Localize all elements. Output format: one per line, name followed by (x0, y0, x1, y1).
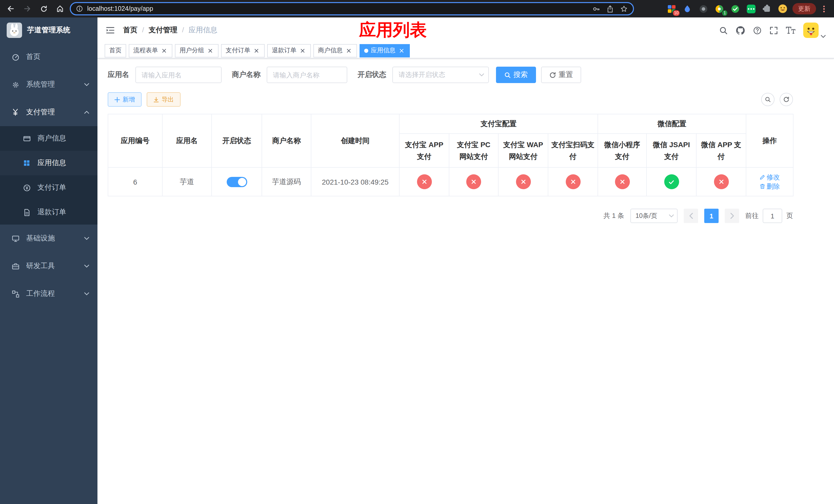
user-menu[interactable] (803, 23, 826, 38)
share-icon[interactable] (606, 5, 614, 13)
close-icon[interactable] (207, 47, 214, 54)
sidebar-collapse-button[interactable] (106, 26, 115, 35)
bookmark-star-icon[interactable] (620, 5, 628, 13)
extension-grid-icon[interactable]: 10 (665, 3, 678, 15)
github-icon[interactable] (736, 25, 745, 35)
browser-back-button[interactable] (4, 2, 18, 15)
chevron-down-icon (84, 83, 89, 86)
edit-link[interactable]: 修改 (760, 173, 780, 182)
app-name-input[interactable] (135, 67, 222, 83)
sidebar-logo[interactable]: 芋道管理系统 (0, 18, 97, 43)
sidebar: 芋道管理系统 首页 系统管理 支付管理 商户信息 (0, 18, 97, 504)
chevron-down-icon (84, 237, 89, 240)
app-title: 芋道管理系统 (27, 26, 70, 35)
status-label: 开启状态 (357, 70, 386, 79)
address-bar[interactable]: localhost:1024/pay/app (70, 2, 634, 15)
cell-status (212, 167, 262, 196)
breadcrumb-payment[interactable]: 支付管理 (149, 26, 189, 35)
tab-process-form[interactable]: 流程表单 (129, 44, 172, 57)
col-alipay-pc: 支付宝 PC 网站支付 (449, 134, 498, 167)
add-button[interactable]: 新增 (108, 92, 141, 107)
logo-image (7, 23, 22, 38)
extension-check-icon[interactable] (729, 3, 741, 15)
pagination: 共 1 条 10条/页 1 前往 页 (108, 209, 793, 223)
delete-link[interactable]: 删除 (760, 182, 780, 191)
app-table: 应用编号 应用名 开启状态 商户名称 创建时间 支付宝配置 微信配置 操作 支付… (108, 114, 793, 197)
page-size-select[interactable]: 10条/页 (630, 209, 678, 223)
active-dot (364, 48, 368, 52)
sidebar-item-infrastructure[interactable]: 基础设施 (0, 225, 97, 252)
status-toggle[interactable] (226, 177, 247, 187)
status-select[interactable]: 请选择开启状态 (392, 67, 489, 83)
x-icon (718, 179, 724, 185)
check-icon (668, 179, 675, 185)
header-search-icon[interactable] (719, 26, 728, 35)
browser-menu-icon[interactable] (820, 4, 828, 13)
search-button[interactable]: 搜索 (496, 67, 536, 83)
col-wx-app: 微信 APP 支付 (696, 134, 746, 167)
next-page-button[interactable] (725, 209, 739, 223)
browser-reload-button[interactable] (37, 2, 50, 15)
close-icon[interactable] (160, 47, 168, 54)
dashboard-icon (11, 53, 20, 61)
sidebar-item-app-info[interactable]: 应用信息 (0, 151, 97, 175)
breadcrumb-home[interactable]: 首页 (123, 26, 149, 35)
sidebar-item-system[interactable]: 系统管理 (0, 71, 97, 98)
reset-button[interactable]: 重置 (541, 67, 581, 83)
app-main: 应用名 商户名称 开启状态 请选择开启状态 搜索 (97, 59, 834, 504)
extension-drop-icon[interactable] (681, 3, 694, 15)
site-info-icon[interactable] (76, 5, 83, 12)
extension-chat-icon[interactable] (745, 3, 757, 15)
plus-icon (114, 97, 120, 102)
sidebar-item-workflow[interactable]: 工作流程 (0, 280, 97, 307)
back-icon (7, 5, 15, 13)
browser-home-button[interactable] (53, 2, 67, 15)
close-icon[interactable] (253, 47, 260, 54)
grid-icon (23, 159, 31, 167)
sidebar-item-devtools[interactable]: 研发工具 (0, 252, 97, 280)
password-key-icon[interactable] (592, 5, 600, 13)
pay-order-icon (23, 184, 31, 191)
sidebar-item-home[interactable]: 首页 (0, 43, 97, 71)
sidebar-item-merchant-info[interactable]: 商户信息 (0, 126, 97, 151)
search-icon (504, 71, 511, 78)
tab-payment-orders[interactable]: 支付订单 (221, 44, 265, 57)
tab-app-info[interactable]: 应用信息 (359, 44, 410, 57)
tab-home[interactable]: 首页 (105, 44, 126, 57)
x-icon (421, 179, 427, 185)
profile-avatar[interactable] (776, 3, 789, 15)
search-icon (765, 96, 771, 102)
chevron-down-icon (84, 292, 89, 295)
prev-page-button[interactable] (684, 209, 698, 223)
help-icon[interactable] (753, 26, 762, 35)
sidebar-item-refund-orders[interactable]: 退款订单 (0, 200, 97, 225)
close-icon[interactable] (299, 47, 306, 54)
page-number-1[interactable]: 1 (704, 209, 719, 223)
merchant-name-input[interactable] (267, 67, 347, 83)
table-row: 6 芋道 芋道源码 2021-10-23 08:49:25 (108, 167, 793, 196)
tab-user-group[interactable]: 用户分组 (175, 44, 219, 57)
extension-dark-icon[interactable] (697, 3, 709, 15)
sidebar-item-payment[interactable]: 支付管理 (0, 98, 97, 126)
tab-merchant-info[interactable]: 商户信息 (313, 44, 357, 57)
extension-color-icon[interactable]: 1 (713, 3, 725, 15)
toggle-search-button[interactable] (761, 93, 774, 106)
goto-page-input[interactable] (763, 209, 782, 223)
tab-refund-orders[interactable]: 退款订单 (267, 44, 311, 57)
close-icon[interactable] (398, 47, 405, 54)
col-created: 创建时间 (311, 114, 399, 167)
fullscreen-icon[interactable] (769, 26, 778, 35)
sidebar-item-payment-orders[interactable]: 支付订单 (0, 175, 97, 200)
export-button[interactable]: 导出 (147, 92, 180, 107)
browser-update-button[interactable]: 更新 (792, 3, 816, 14)
merchant-name-label: 商户名称 (232, 70, 261, 79)
browser-forward-button[interactable] (21, 2, 34, 15)
extensions-puzzle-icon[interactable] (761, 3, 773, 15)
close-icon[interactable] (345, 47, 352, 54)
refresh-icon (783, 96, 789, 102)
font-size-icon[interactable] (786, 26, 795, 34)
refresh-table-button[interactable] (780, 93, 793, 106)
channel-status-alipay-app (417, 174, 432, 189)
x-icon (520, 179, 526, 185)
col-actions: 操作 (746, 114, 793, 167)
